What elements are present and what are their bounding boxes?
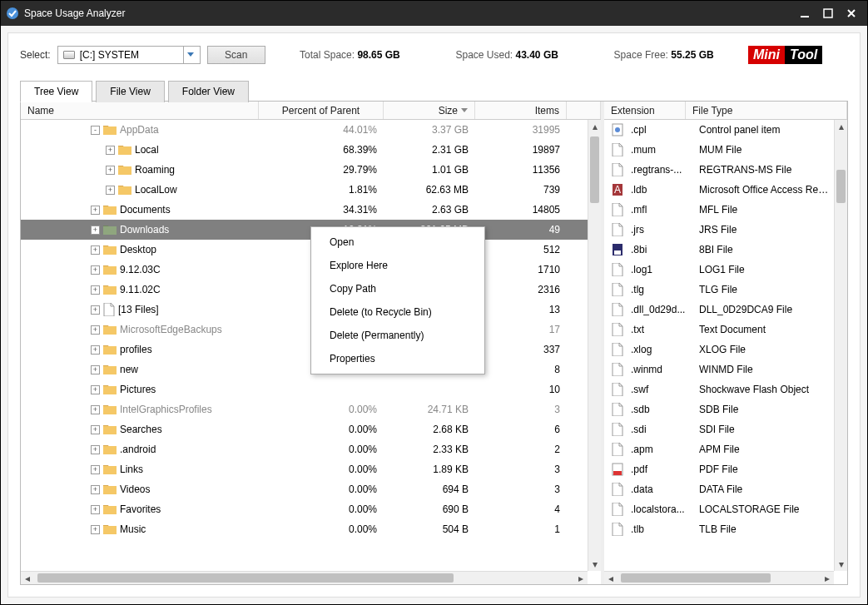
ext-row[interactable]: .mumMUM File: [604, 140, 834, 160]
tab-folder-view[interactable]: Folder View: [168, 81, 249, 102]
tab-tree-view[interactable]: Tree View: [20, 81, 92, 102]
drive-select[interactable]: [C:] SYSTEM: [57, 46, 201, 64]
scroll-up-icon[interactable]: ▴: [588, 120, 601, 133]
tree-row[interactable]: +[13 Files]13: [21, 300, 588, 320]
tree-row[interactable]: +9.11.02C2316: [21, 280, 588, 300]
expander[interactable]: +: [106, 166, 115, 175]
ext-row[interactable]: .sdbSDB File: [604, 399, 834, 419]
expander[interactable]: +: [91, 365, 100, 374]
scroll-thumb[interactable]: [590, 136, 599, 203]
expander[interactable]: +: [106, 146, 115, 155]
context-menu-item[interactable]: Explore Here: [311, 254, 484, 277]
scroll-down-icon[interactable]: ▾: [835, 558, 847, 571]
tree-row[interactable]: -AppData44.01%3.37 GB31995: [21, 120, 588, 140]
expander[interactable]: -: [91, 126, 100, 135]
scan-button[interactable]: Scan: [207, 46, 265, 64]
expander[interactable]: +: [91, 485, 100, 494]
scroll-thumb[interactable]: [37, 573, 454, 583]
ext-horizontal-scrollbar[interactable]: ◂ ▸: [604, 571, 834, 584]
ext-row[interactable]: .regtrans-...REGTRANS-MS File: [604, 160, 834, 180]
tree-row[interactable]: +Local68.39%2.31 GB19897: [21, 140, 588, 160]
context-menu-item[interactable]: Delete (to Recycle Bin): [311, 300, 484, 324]
tree-row[interactable]: +Documents34.31%2.63 GB14805: [21, 200, 588, 220]
tree-row[interactable]: +Pictures10: [21, 379, 588, 399]
scroll-left-icon[interactable]: ◂: [604, 572, 618, 584]
expander[interactable]: +: [91, 206, 100, 215]
tree-row[interactable]: +Videos0.00%694 B3: [21, 479, 588, 499]
expander[interactable]: +: [91, 305, 100, 315]
context-menu-item[interactable]: Delete (Permanently): [311, 324, 484, 347]
ext-row[interactable]: .jrsJRS File: [604, 220, 834, 240]
tree-horizontal-scrollbar[interactable]: ◂ ▸: [21, 571, 588, 584]
ext-row[interactable]: .xlogXLOG File: [604, 340, 834, 360]
ext-row[interactable]: .cplControl panel item: [604, 120, 834, 140]
scroll-right-icon[interactable]: ▸: [574, 572, 588, 584]
filetype-icon: [609, 303, 626, 316]
col-percent[interactable]: Percent of Parent: [259, 102, 384, 119]
close-button[interactable]: [846, 7, 857, 19]
scroll-right-icon[interactable]: ▸: [821, 572, 834, 584]
tree-row[interactable]: +Desktop512: [21, 240, 588, 260]
tree-row[interactable]: +MicrosoftEdgeBackups17: [21, 320, 588, 340]
tree-row[interactable]: +Searches0.00%2.68 KB6: [21, 419, 588, 439]
scroll-up-icon[interactable]: ▴: [835, 120, 847, 133]
expander[interactable]: +: [91, 405, 100, 414]
tree-row[interactable]: +Music0.00%504 B1: [21, 519, 588, 539]
expander[interactable]: +: [91, 465, 100, 474]
col-size[interactable]: Size: [384, 102, 475, 119]
col-items[interactable]: Items: [475, 102, 567, 119]
tree-row[interactable]: +new8: [21, 360, 588, 379]
maximize-button[interactable]: [822, 7, 834, 19]
expander[interactable]: +: [91, 245, 100, 255]
expander[interactable]: +: [91, 525, 100, 534]
ext-row[interactable]: .txtText Document: [604, 320, 834, 340]
expander[interactable]: +: [91, 505, 100, 514]
expander[interactable]: +: [91, 265, 100, 275]
scroll-thumb[interactable]: [836, 170, 846, 203]
ext-row[interactable]: .log1LOG1 File: [604, 260, 834, 280]
ext-row[interactable]: .swfShockwave Flash Object: [604, 379, 834, 399]
tree-row[interactable]: +9.12.03C1710: [21, 260, 588, 280]
tree-vertical-scrollbar[interactable]: ▴ ▾: [588, 120, 601, 571]
tree-row[interactable]: +Favorites0.00%690 B4: [21, 499, 588, 519]
tree-row[interactable]: +IntelGraphicsProfiles0.00%24.71 KB3: [21, 399, 588, 419]
context-menu-item[interactable]: Properties: [311, 347, 484, 370]
ext-row[interactable]: .dll_0d29d...DLL_0D29DCA9 File: [604, 300, 834, 320]
ext-row[interactable]: .dataDATA File: [604, 479, 834, 499]
expander[interactable]: +: [91, 226, 100, 235]
col-filetype[interactable]: File Type: [686, 102, 847, 119]
tab-file-view[interactable]: File View: [96, 81, 164, 102]
expander[interactable]: +: [91, 325, 100, 335]
context-menu-item[interactable]: Open: [311, 231, 484, 254]
scroll-down-icon[interactable]: ▾: [588, 558, 601, 571]
tree-row[interactable]: +Roaming29.79%1.01 GB11356: [21, 160, 588, 180]
ext-row[interactable]: .apmAPM File: [604, 439, 834, 459]
ext-row[interactable]: .tlgTLG File: [604, 280, 834, 300]
ext-row[interactable]: .localstora...LOCALSTORAGE File: [604, 499, 834, 519]
ext-vertical-scrollbar[interactable]: ▴ ▾: [834, 120, 847, 571]
ext-row[interactable]: .sdiSDI File: [604, 419, 834, 439]
ext-row[interactable]: A.ldbMicrosoft Office Access Record: [604, 180, 834, 200]
expander[interactable]: +: [91, 425, 100, 434]
ext-row[interactable]: .8bi8BI File: [604, 240, 834, 260]
tree-row[interactable]: +.android0.00%2.33 KB2: [21, 439, 588, 459]
expander[interactable]: +: [91, 345, 100, 355]
ext-row[interactable]: .tlbTLB File: [604, 519, 834, 539]
expander[interactable]: +: [106, 186, 115, 195]
tree-row[interactable]: +profiles337: [21, 340, 588, 360]
scroll-left-icon[interactable]: ◂: [21, 572, 34, 584]
ext-row[interactable]: .mflMFL File: [604, 200, 834, 220]
scroll-thumb[interactable]: [621, 573, 771, 583]
col-extension[interactable]: Extension: [604, 102, 686, 119]
expander[interactable]: +: [91, 285, 100, 295]
ext-row[interactable]: .winmdWINMD File: [604, 360, 834, 379]
expander[interactable]: +: [91, 445, 100, 454]
minimize-button[interactable]: [799, 7, 811, 19]
col-name[interactable]: Name: [21, 102, 259, 119]
tree-row[interactable]: +Links0.00%1.89 KB3: [21, 459, 588, 479]
tree-row[interactable]: +LocalLow1.81%62.63 MB739: [21, 180, 588, 200]
tree-row[interactable]: +Downloads10.31%801.65 MB49: [21, 220, 588, 240]
expander[interactable]: +: [91, 385, 100, 394]
ext-row[interactable]: .pdfPDF File: [604, 459, 834, 479]
context-menu-item[interactable]: Copy Path: [311, 277, 484, 300]
